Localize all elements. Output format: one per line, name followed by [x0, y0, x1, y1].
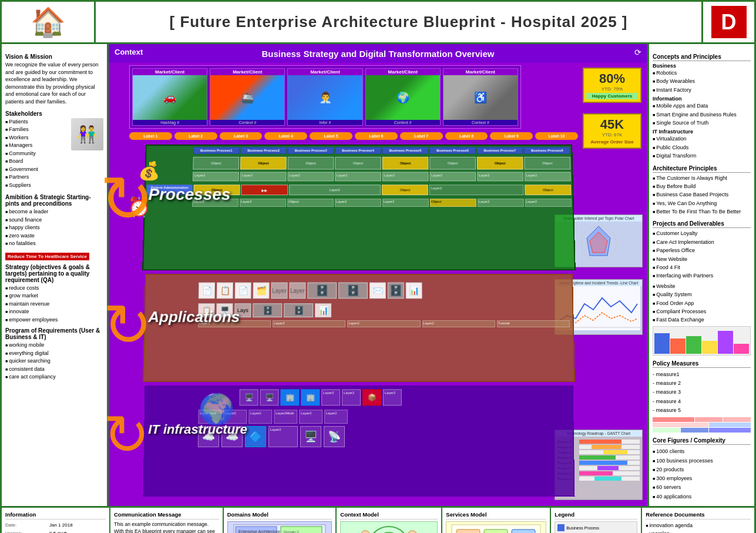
layer2-bot-8: Layer2: [525, 199, 572, 207]
market-img-2: 🚢: [210, 75, 284, 120]
home-button[interactable]: 🏠: [2, 2, 96, 42]
market-sub-1: Hashtag #: [133, 120, 207, 125]
bp-header-7: Business Process7: [476, 147, 523, 154]
project-food: Food 4 Fit: [653, 263, 751, 271]
label-pill-7: Label 7: [400, 132, 443, 140]
projects-list: Customer Loyalty Care Act Implementation…: [653, 229, 751, 280]
stakeholder-board: Board: [5, 157, 69, 166]
stats-value-80: 80%: [586, 71, 638, 86]
svg-rect-30: [456, 529, 480, 533]
infra-layer2-4: Layer2Multi: [274, 410, 297, 424]
label-pill-3: Label 3: [220, 132, 263, 140]
bp-header-3: Business Process3: [288, 147, 334, 154]
refresh-icon[interactable]: ⟳: [634, 48, 641, 57]
diagram-title-bar: Business Strategy and Digital Transforma…: [109, 44, 647, 63]
policy-chart: [653, 326, 751, 356]
layer2-cell-4: Layer2: [335, 172, 381, 181]
legend-item-1: Business Process: [557, 524, 634, 531]
information-subsection: Information: [653, 96, 751, 102]
bp-header-1: Business Process1: [193, 147, 240, 154]
app-r2-db: 🗄️: [253, 303, 282, 317]
layer2-bot-4: Layer2: [335, 199, 381, 207]
bp-header-5: Business Process5: [382, 147, 429, 154]
layer2-cell-5: Layer2: [382, 172, 429, 181]
reduce-time-label: Reduce Time To Healthcare Service: [5, 253, 89, 260]
label-pill-8: Label 8: [445, 132, 488, 140]
market-box-2: Market/Client 🚢 Context #: [210, 68, 285, 126]
it-subsection: IT Infrastructure: [653, 129, 751, 135]
labels-row: Label 1 Label 2 Label 3 Label 4 Label 5 …: [129, 132, 578, 140]
gantt-bar-8: [594, 477, 621, 481]
obj-cell-y3: Object: [477, 157, 523, 170]
bp-header-4: Business Process4: [335, 147, 381, 154]
core-heatmap: [653, 417, 751, 433]
arch-item-5: Better To Be First Than To Be Better: [653, 207, 751, 216]
projects-title: Projects and Deliverables: [653, 220, 751, 228]
policy-title: Policy Measures: [653, 360, 751, 368]
strategy-innovate: innovate: [5, 308, 103, 316]
market-label-3: Market/Client: [288, 69, 362, 75]
stats-happy-customers: 80% YTD: 75% Happy Customers: [583, 68, 641, 103]
core-processes: 100 business processes: [653, 457, 751, 465]
obj-cell-4: Object: [429, 157, 476, 170]
stats-value-45k: 45K: [586, 117, 638, 132]
app-icon-6: 📊: [406, 283, 422, 299]
it-list: Virtualization Public Clouds Digital Tra…: [653, 135, 751, 160]
arch-list: The Customer Is Always Right Buy Before …: [653, 174, 751, 216]
gantt-bar-bg-7: [579, 471, 640, 475]
obj-cell-5: Object: [524, 157, 570, 170]
bottom-ref-title: Reference Documents: [646, 511, 751, 519]
app-icon-1: 📄: [199, 283, 215, 299]
applications-layer: Applications 📄 📋 📄 🗂️ Layer Layer 🗄️ 🗄️ …: [143, 274, 575, 383]
stakeholder-managers: Managers: [5, 142, 69, 150]
bottom-services-title: Services Model: [446, 511, 546, 519]
heatmap-row-1: [653, 417, 751, 422]
home-icon: 🏠: [31, 6, 66, 39]
bottom-comm-text: This an example communication message. W…: [114, 521, 219, 533]
program-care: care act compliancy: [5, 373, 103, 381]
label-pill-10: Label 10: [535, 132, 578, 140]
svg-text:Enterprise Architecture: Enterprise Architecture: [238, 529, 280, 533]
arrow-left-2: ↺: [103, 291, 152, 360]
bottom-info-fields: Date: Jan 1 2018 Version: 0.5 draft Auth…: [5, 521, 106, 533]
stakeholder-families: Families: [5, 126, 69, 134]
services-svg: Cost Calc Board Mgr Rpt Mgr Delivery Mgr: [451, 524, 542, 533]
gantt-bar-bg-4: [579, 455, 640, 460]
policy-list: measure1 measure 2 measure 3 measure 4 m…: [653, 370, 751, 415]
hm-cell-8: [709, 428, 751, 433]
it-item-cloud: Public Clouds: [653, 143, 751, 152]
processes-label: Processes: [148, 186, 231, 205]
arch-item-1: The Customer Is Always Right: [653, 174, 751, 182]
app-icon-3: 📄: [235, 283, 251, 299]
info-version-label: Version:: [5, 529, 49, 533]
stats-ytd-67k: YTD: 67K: [586, 132, 638, 138]
infra-layer-3: Layer2: [383, 389, 402, 405]
pa-obj-red: ▶▶: [241, 185, 288, 195]
infra-layer2-6: Layer2: [324, 410, 348, 424]
infra-layer4: Layer2: [268, 426, 298, 447]
diagram-title-text: Business Strategy and Digital Transforma…: [262, 49, 495, 59]
label-pill-9: Label 9: [490, 132, 533, 140]
strategy-title: Strategy (objectives & goals & targets) …: [5, 264, 103, 283]
ambition-clients: happy clients: [5, 224, 103, 232]
app-layer-r3: Layer2: [347, 320, 420, 327]
pa-obj-3: Object: [382, 185, 428, 195]
business-list: Robotics Body Wearables Instant Factory: [653, 69, 751, 94]
bottom-info-title: Information: [5, 511, 106, 519]
applications-label: Applications: [148, 308, 240, 326]
project-paperless: Paperless Office: [653, 246, 751, 254]
arch-title: Architecture Principles: [653, 165, 751, 173]
apps-grid: 📄 📋 📄 🗂️ Layer Layer 🗄️ 🗄️ ✉️ 🗄️ 📊: [146, 280, 572, 302]
layer2-cell-8: Layer2: [525, 172, 571, 181]
stats-label-order: Average Order Size: [586, 139, 638, 145]
program-searching: quicker searching: [5, 357, 103, 366]
infra-icon-blue-1: 🏢: [280, 389, 299, 405]
market-img-1: 🚗: [133, 75, 207, 120]
policy-4: measure 4: [653, 397, 751, 406]
gantt-bar-6: [597, 466, 619, 470]
obj-cell-2: Object: [288, 157, 334, 170]
arch-item-2: Buy Before Build: [653, 182, 751, 190]
delivery-quality: Quality System: [653, 290, 751, 299]
bottom-domains-title: Domains Model: [227, 511, 332, 519]
svg-rect-34: [512, 529, 535, 533]
